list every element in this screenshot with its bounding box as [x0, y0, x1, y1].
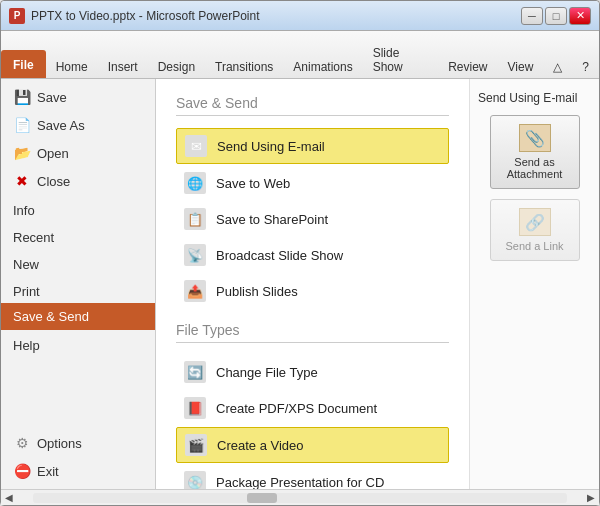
exit-icon: ⛔	[13, 463, 31, 479]
sidebar-label-exit: Exit	[37, 464, 59, 479]
tab-view[interactable]: View	[498, 54, 544, 78]
sidebar-item-open[interactable]: 📂 Open	[1, 139, 155, 167]
content-item-broadcast[interactable]: 📡 Broadcast Slide Show	[176, 238, 449, 272]
pdf-icon: 📕	[184, 397, 206, 419]
content-item-video[interactable]: 🎬 Create a Video	[176, 427, 449, 463]
tab-insert[interactable]: Insert	[98, 54, 148, 78]
sidebar-item-close[interactable]: ✖ Close	[1, 167, 155, 195]
close-doc-icon: ✖	[13, 173, 31, 189]
app-icon: P	[9, 8, 25, 24]
content-item-sharepoint[interactable]: 📋 Save to SharePoint	[176, 202, 449, 236]
sidebar-item-new[interactable]: New	[1, 249, 155, 276]
main-window: P PPTX to Video.pptx - Microsoft PowerPo…	[0, 0, 600, 506]
tab-home[interactable]: Home	[46, 54, 98, 78]
changetype-icon: 🔄	[184, 361, 206, 383]
scroll-thumb[interactable]	[247, 493, 277, 503]
scroll-right-arrow[interactable]: ▶	[583, 490, 599, 506]
title-bar-controls: ─ □ ✕	[521, 7, 591, 25]
content-label-changetype: Change File Type	[216, 365, 318, 380]
saveas-icon: 📄	[13, 117, 31, 133]
send-attachment-button[interactable]: 📎 Send asAttachment	[490, 115, 580, 189]
save-icon: 💾	[13, 89, 31, 105]
sidebar-label-saveas: Save As	[37, 118, 85, 133]
title-bar-left: P PPTX to Video.pptx - Microsoft PowerPo…	[9, 8, 260, 24]
minimize-button[interactable]: ─	[521, 7, 543, 25]
options-icon: ⚙	[13, 435, 31, 451]
sidebar-label-savesend: Save & Send	[13, 309, 89, 324]
tab-file[interactable]: File	[1, 50, 46, 78]
horizontal-scrollbar: ◀ ▶	[1, 489, 599, 505]
title-bar: P PPTX to Video.pptx - Microsoft PowerPo…	[1, 1, 599, 31]
video-icon: 🎬	[185, 434, 207, 456]
content-label-package: Package Presentation for CD	[216, 475, 384, 490]
broadcast-icon: 📡	[184, 244, 206, 266]
publish-icon: 📤	[184, 280, 206, 302]
sidebar-label-options: Options	[37, 436, 82, 451]
sidebar-item-print[interactable]: Print	[1, 276, 155, 303]
scroll-left-arrow[interactable]: ◀	[1, 490, 17, 506]
sidebar-label-save: Save	[37, 90, 67, 105]
content-item-email[interactable]: ✉ Send Using E-mail	[176, 128, 449, 164]
content-item-web[interactable]: 🌐 Save to Web	[176, 166, 449, 200]
sidebar-label-close: Close	[37, 174, 70, 189]
content-label-sharepoint: Save to SharePoint	[216, 212, 328, 227]
sidebar-item-save[interactable]: 💾 Save	[1, 83, 155, 111]
sharepoint-icon: 📋	[184, 208, 206, 230]
tab-question[interactable]: ?	[572, 54, 599, 78]
right-panel: Send Using E-mail 📎 Send asAttachment 🔗 …	[469, 79, 599, 489]
tab-help-icon[interactable]: △	[543, 54, 572, 78]
link-icon: 🔗	[519, 208, 551, 236]
attachment-label: Send asAttachment	[507, 156, 563, 180]
content-item-publish[interactable]: 📤 Publish Slides	[176, 274, 449, 308]
tab-animations[interactable]: Animations	[283, 54, 362, 78]
content-label-email: Send Using E-mail	[217, 139, 325, 154]
file-types-section-title: File Types	[176, 322, 449, 343]
tab-slideshow[interactable]: Slide Show	[363, 40, 438, 78]
content-label-video: Create a Video	[217, 438, 304, 453]
tab-design[interactable]: Design	[148, 54, 205, 78]
content-label-publish: Publish Slides	[216, 284, 298, 299]
sidebar-item-saveas[interactable]: 📄 Save As	[1, 111, 155, 139]
content-item-pdf[interactable]: 📕 Create PDF/XPS Document	[176, 391, 449, 425]
right-panel-title: Send Using E-mail	[478, 91, 591, 105]
sidebar-item-exit[interactable]: ⛔ Exit	[1, 457, 155, 485]
main-area: 💾 Save 📄 Save As 📂 Open ✖ Close Info Rec…	[1, 79, 599, 489]
sidebar-item-options[interactable]: ⚙ Options	[1, 429, 155, 457]
sidebar-item-savesend[interactable]: Save & Send	[1, 303, 155, 330]
content-label-broadcast: Broadcast Slide Show	[216, 248, 343, 263]
attachment-icon: 📎	[519, 124, 551, 152]
content-label-web: Save to Web	[216, 176, 290, 191]
send-link-button[interactable]: 🔗 Send a Link	[490, 199, 580, 261]
content-label-pdf: Create PDF/XPS Document	[216, 401, 377, 416]
scroll-track[interactable]	[33, 493, 567, 503]
web-icon: 🌐	[184, 172, 206, 194]
sidebar-item-help[interactable]: Help	[1, 330, 155, 357]
ribbon: File Home Insert Design Transitions Anim…	[1, 31, 599, 79]
content-area: Save & Send ✉ Send Using E-mail 🌐 Save t…	[156, 79, 469, 489]
sidebar: 💾 Save 📄 Save As 📂 Open ✖ Close Info Rec…	[1, 79, 156, 489]
email-icon: ✉	[185, 135, 207, 157]
window-title: PPTX to Video.pptx - Microsoft PowerPoin…	[31, 9, 260, 23]
sidebar-item-info[interactable]: Info	[1, 195, 155, 222]
save-send-section-title: Save & Send	[176, 95, 449, 116]
sidebar-label-open: Open	[37, 146, 69, 161]
tab-review[interactable]: Review	[438, 54, 497, 78]
link-label: Send a Link	[505, 240, 563, 252]
open-icon: 📂	[13, 145, 31, 161]
package-icon: 💿	[184, 471, 206, 489]
content-item-package[interactable]: 💿 Package Presentation for CD	[176, 465, 449, 489]
sidebar-item-recent[interactable]: Recent	[1, 222, 155, 249]
close-button[interactable]: ✕	[569, 7, 591, 25]
maximize-button[interactable]: □	[545, 7, 567, 25]
content-item-changetype[interactable]: 🔄 Change File Type	[176, 355, 449, 389]
tab-transitions[interactable]: Transitions	[205, 54, 283, 78]
